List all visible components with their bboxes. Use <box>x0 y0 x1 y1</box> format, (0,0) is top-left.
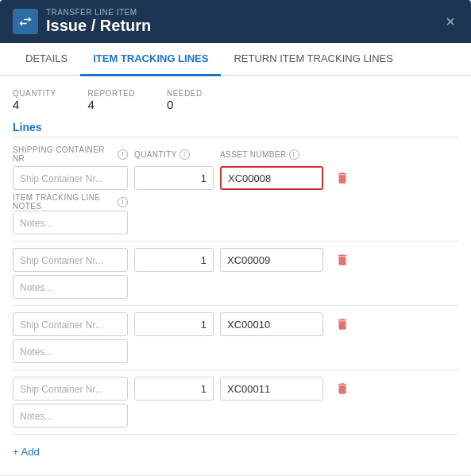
tabs-bar: DETAILS ITEM TRACKING LINES RETURN ITEM … <box>0 43 471 76</box>
quantity-input-3[interactable] <box>134 312 214 336</box>
transfer-svg <box>17 14 33 29</box>
tab-item-tracking[interactable]: ITEM TRACKING LINES <box>80 43 221 76</box>
stat-reported: REPORTED 4 <box>88 89 135 111</box>
stat-quantity-value: 4 <box>13 98 56 111</box>
asset-input-2[interactable] <box>220 248 323 272</box>
lines-section-title: Lines <box>13 121 458 137</box>
quantity-info-icon[interactable]: i <box>180 149 190 160</box>
stat-reported-value: 4 <box>88 98 135 111</box>
header-subtitle: TRANSFER LINE ITEM <box>46 8 151 17</box>
line-items-container: ITEM TRACKING LINE NOTESi <box>13 166 458 435</box>
line-row-3 <box>13 312 458 336</box>
trash-icon-4 <box>335 381 349 396</box>
header-text: TRANSFER LINE ITEM Issue / Return <box>46 8 151 35</box>
stat-quantity: QUANTITY 4 <box>13 89 56 111</box>
notes-input-4[interactable] <box>13 404 128 428</box>
stats-row: QUANTITY 4 REPORTED 4 NEEDED 0 <box>13 89 458 111</box>
line-divider-2 <box>13 305 458 306</box>
line-group-3 <box>13 312 458 370</box>
line-notes-input-row-3 <box>13 339 458 363</box>
line-notes-input-row-4 <box>13 404 458 428</box>
delete-line-button-1[interactable] <box>330 168 355 188</box>
modal-header: TRANSFER LINE ITEM Issue / Return × <box>0 0 471 43</box>
notes-input-3[interactable] <box>13 339 128 363</box>
notes-input-2[interactable] <box>13 275 128 299</box>
stat-reported-label: REPORTED <box>88 89 135 98</box>
shipping-info-icon[interactable]: i <box>118 149 128 160</box>
delete-line-button-4[interactable] <box>330 378 355 399</box>
modal-container: TRANSFER LINE ITEM Issue / Return × DETA… <box>0 0 471 476</box>
header-title: Issue / Return <box>46 17 151 35</box>
line-divider-3 <box>13 370 458 370</box>
line-divider-4 <box>13 434 458 435</box>
notes-input-1[interactable] <box>13 211 128 234</box>
line-row-4 <box>13 377 458 401</box>
line-notes-row-1: ITEM TRACKING LINE NOTESi <box>13 193 458 211</box>
ship-container-input-2[interactable] <box>13 248 128 272</box>
line-group-2 <box>13 248 458 306</box>
line-group-1: ITEM TRACKING LINE NOTESi <box>13 166 458 242</box>
notes-info-icon[interactable]: i <box>118 197 128 207</box>
line-notes-input-row-1 <box>13 211 458 234</box>
tab-return-tracking[interactable]: RETURN ITEM TRACKING LINES <box>221 43 406 76</box>
delete-line-button-3[interactable] <box>330 314 355 335</box>
delete-line-button-2[interactable] <box>330 250 355 270</box>
ship-container-input-4[interactable] <box>13 377 128 401</box>
quantity-input-1[interactable] <box>134 166 214 190</box>
transfer-icon <box>13 9 38 34</box>
trash-icon-1 <box>335 171 349 185</box>
line-notes-input-row-2 <box>13 275 458 299</box>
quantity-input-4[interactable] <box>134 377 214 401</box>
ship-container-input-1[interactable] <box>13 166 128 190</box>
col-quantity: QUANTITY i <box>134 145 214 163</box>
trash-icon-2 <box>335 253 349 267</box>
line-group-4 <box>13 377 458 435</box>
quantity-input-2[interactable] <box>134 248 214 272</box>
modal-body: QUANTITY 4 REPORTED 4 NEEDED 0 Lines SHI… <box>0 76 471 475</box>
stat-quantity-label: QUANTITY <box>13 89 56 98</box>
col-shipping: SHIPPING CONTAINER NR i <box>13 145 128 163</box>
notes-col-label: ITEM TRACKING LINE NOTESi <box>13 193 128 211</box>
asset-input-4[interactable] <box>220 377 323 401</box>
ship-container-input-3[interactable] <box>13 312 128 336</box>
header-left: TRANSFER LINE ITEM Issue / Return <box>13 8 151 35</box>
asset-info-icon[interactable]: i <box>289 149 299 160</box>
col-asset: ASSET NUMBER i <box>220 145 323 163</box>
line-divider-1 <box>13 241 458 242</box>
trash-icon-3 <box>335 317 349 331</box>
asset-input-3[interactable] <box>220 312 323 336</box>
close-button[interactable]: × <box>442 10 458 33</box>
line-row-1 <box>13 166 458 190</box>
column-headers: SHIPPING CONTAINER NR i QUANTITY i ASSET… <box>13 145 458 163</box>
stat-needed-value: 0 <box>167 98 203 111</box>
stat-needed: NEEDED 0 <box>167 89 203 111</box>
asset-input-1[interactable] <box>220 166 323 190</box>
tab-details[interactable]: DETAILS <box>13 43 80 76</box>
stat-needed-label: NEEDED <box>167 89 203 98</box>
line-row-2 <box>13 248 458 272</box>
add-line-button[interactable]: + Add <box>13 441 40 462</box>
